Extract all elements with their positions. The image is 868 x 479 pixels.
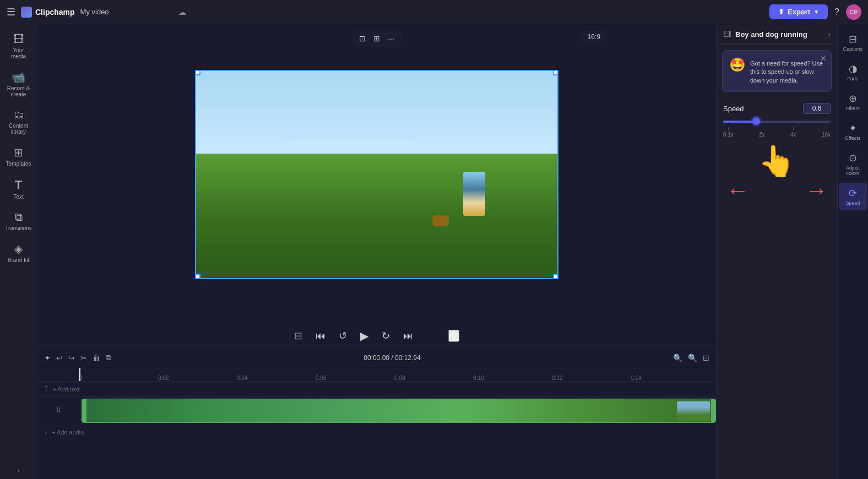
panel-collapse-icon[interactable]: ›	[828, 30, 831, 39]
speed-button[interactable]: ⟳ Speed	[839, 183, 867, 210]
export-chevron-icon: ▼	[813, 9, 819, 15]
expand-button[interactable]: ⊞	[371, 33, 382, 44]
sidebar-item-content-library[interactable]: 🗂 Content library	[2, 104, 36, 139]
crop-button[interactable]: ⊡	[357, 33, 368, 44]
cut-button[interactable]: ✂	[80, 353, 87, 362]
timeline-area: ✦ ↩ ↪ ✂ 🗑 ⧉ 00:00.00 / 00:12.94 🔍 🔍 ⊡ 0	[37, 347, 716, 479]
ruler-mark-6: 0:06	[316, 375, 394, 381]
drag-handle-icon: ⠿	[56, 407, 61, 415]
adjust-colors-button[interactable]: ⊙ Adjustcolors	[839, 148, 867, 181]
text-icon: T	[15, 178, 22, 192]
hamburger-icon[interactable]: ☰	[7, 6, 15, 18]
video-track-row: ⠿	[37, 397, 716, 424]
timeline-toolbar: ✦ ↩ ↪ ✂ 🗑 ⧉ 00:00.00 / 00:12.94 🔍 🔍 ⊡	[37, 347, 716, 368]
speed-header: Speed	[723, 103, 831, 114]
skip-to-end-button[interactable]: ⏭	[403, 330, 413, 342]
right-panel-wrapper: 🎞 Boy and dog running › ✕ 🤩 Got a need f…	[716, 24, 868, 479]
sidebar-item-label: Record &create	[7, 85, 30, 97]
panel-header: 🎞 Boy and dog running ›	[717, 24, 837, 45]
panel-video-icon: 🎞	[723, 30, 731, 39]
sidebar-expand-button[interactable]: ›	[18, 467, 20, 475]
arrow-right-icon: →	[805, 177, 828, 204]
resize-handle-br[interactable]	[553, 274, 558, 279]
video-track-handle: ⠿	[37, 407, 79, 415]
speed-slider-container	[723, 121, 831, 123]
sidebar-item-templates[interactable]: ⊞ Templates	[2, 141, 36, 171]
topbar-right: ⬆ Export ▼ ? CP	[769, 4, 861, 20]
effects-label: Effects	[845, 135, 860, 141]
topbar-left: ☰ Clipchamp ☁	[7, 6, 186, 18]
captions-label: Captions	[843, 46, 863, 52]
speed-value-input[interactable]	[803, 103, 831, 114]
trim-handle-right[interactable]	[711, 399, 715, 422]
video-track[interactable]	[82, 399, 716, 423]
zoom-in-button[interactable]: 🔍	[688, 353, 697, 362]
adjust-colors-label: Adjustcolors	[846, 165, 860, 176]
preview-toolbar: ⊡ ⊞ ···	[351, 31, 402, 46]
redo-button[interactable]: ↪	[68, 353, 75, 362]
sidebar-item-label: Transitions	[5, 225, 32, 231]
more-options-button[interactable]: ···	[386, 33, 397, 44]
arrow-left-icon: ←	[726, 177, 749, 204]
fade-label: Fade	[847, 76, 859, 81]
export-button[interactable]: ⬆ Export ▼	[769, 4, 828, 19]
resize-handle-tr[interactable]	[553, 70, 558, 75]
undo-button[interactable]: ↩	[56, 353, 63, 362]
export-label: Export	[788, 8, 810, 16]
filters-button[interactable]: ⊕ Filters	[839, 88, 867, 116]
speed-slider-track[interactable]	[723, 121, 831, 123]
add-clip-button[interactable]: ✦	[44, 353, 51, 362]
video-background	[196, 71, 557, 278]
video-frame[interactable]: ↻	[195, 70, 558, 279]
time-separator: /	[391, 354, 395, 362]
app-name: Clipchamp	[35, 8, 75, 17]
aspect-ratio-badge: 16:9	[582, 31, 606, 43]
avatar[interactable]: CP	[846, 4, 861, 20]
captions-icon: ⊟	[849, 33, 857, 45]
play-pause-button[interactable]: ▶	[360, 329, 368, 342]
ruler-mark-2: 0:02	[158, 375, 237, 381]
subtitle-toggle-button[interactable]: ⊟	[294, 330, 302, 342]
templates-icon: ⊞	[14, 146, 23, 159]
export-icon: ⬆	[778, 8, 784, 16]
aspect-ratio-label: 16:9	[588, 33, 600, 41]
fast-forward-button[interactable]: ↻	[382, 330, 390, 342]
resize-handle-bl[interactable]	[195, 274, 200, 279]
speed-slider-thumb[interactable]	[752, 117, 760, 125]
sky	[196, 71, 557, 154]
preview-area: ⊡ ⊞ ··· 16:9 ↻	[37, 24, 716, 325]
help-icon[interactable]: ?	[834, 7, 839, 17]
sidebar-item-your-media[interactable]: 🎞 Your media	[2, 29, 36, 64]
sidebar-item-transitions[interactable]: ⧉ Transitions	[2, 206, 36, 236]
delete-button[interactable]: 🗑	[93, 353, 100, 362]
audio-track-row: ♪ + Add audio	[37, 424, 716, 440]
tooltip-close-button[interactable]: ✕	[820, 54, 827, 63]
speed-slider-fill	[723, 121, 752, 123]
speed-label: Speed	[845, 200, 860, 206]
add-audio-button[interactable]: + Add audio	[47, 429, 84, 436]
resize-handle-tl[interactable]	[195, 70, 200, 75]
speed-mark-2: 2x	[759, 127, 765, 138]
dog-figure	[432, 215, 449, 226]
sidebar-item-text[interactable]: T Text	[2, 173, 36, 204]
add-text-button[interactable]: + Add text	[48, 386, 79, 393]
trim-handle-left[interactable]	[82, 399, 86, 422]
adjust-colors-icon: ⊙	[849, 152, 857, 164]
ruler-mark-14: 0:14	[631, 375, 709, 381]
captions-button[interactable]: ⊟ Captions	[839, 29, 867, 56]
speed-mark-0: 0.1x	[723, 127, 734, 138]
sidebar-item-record-create[interactable]: 📹 Record &create	[2, 66, 36, 102]
fullscreen-button[interactable]: ⛶	[448, 330, 459, 342]
fade-button[interactable]: ◑ Fade	[839, 58, 867, 86]
duplicate-button[interactable]: ⧉	[106, 353, 111, 362]
skip-to-start-button[interactable]: ⏮	[316, 330, 326, 342]
sidebar-item-brand-kit[interactable]: ◈ Brand kit	[2, 238, 36, 268]
timeline-ruler: 0 0:02 0:04 0:06 0:08 0:10 0:12 0:14	[37, 368, 716, 382]
effects-button[interactable]: ✦ Effects	[839, 118, 867, 145]
video-title-input[interactable]	[80, 8, 173, 16]
rewind-button[interactable]: ↺	[339, 330, 347, 342]
fit-button[interactable]: ⊡	[703, 353, 709, 362]
fade-icon: ◑	[849, 63, 858, 75]
zoom-out-button[interactable]: 🔍	[673, 353, 682, 362]
logo-icon	[21, 7, 32, 18]
